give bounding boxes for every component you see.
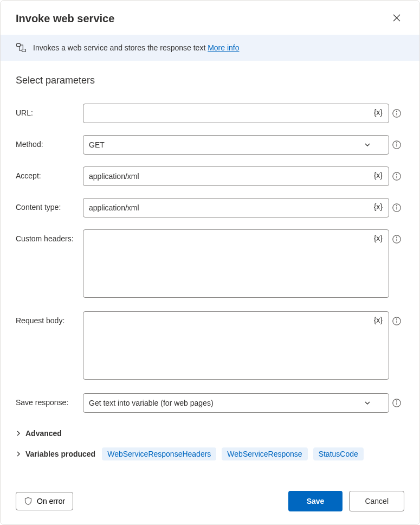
expandable-sections: Advanced Variables produced WebServiceRe… (1, 413, 419, 470)
variables-produced-toggle[interactable]: Variables produced WebServiceResponseHea… (16, 447, 404, 460)
on-error-label: On error (37, 497, 65, 505)
close-icon (392, 14, 401, 22)
custom-headers-info[interactable] (389, 229, 404, 244)
save-response-select[interactable]: Get text into variable (for web pages) (83, 393, 389, 413)
dialog-footer: On error Save Cancel (1, 480, 419, 524)
chevron-right-icon (16, 431, 21, 436)
save-response-info[interactable] (389, 393, 404, 408)
save-response-row: Save response: Get text into variable (f… (16, 393, 404, 413)
info-text: Invokes a web service and stores the res… (33, 43, 205, 52)
svg-point-19 (396, 319, 397, 319)
info-bar: Invokes a web service and stores the res… (1, 35, 419, 61)
accept-info[interactable] (389, 167, 404, 181)
url-row: URL: {x} (16, 104, 404, 123)
variable-chip[interactable]: WebServiceResponse (222, 447, 307, 460)
request-body-variable-token[interactable]: {x} (372, 315, 385, 325)
request-body-row: Request body: {x} (16, 311, 404, 381)
info-description: Invokes a web service and stores the res… (33, 43, 240, 52)
parameters-section: URL: {x} Method: GET Accept: (1, 92, 419, 413)
accept-label: Accept: (16, 167, 83, 180)
svg-point-13 (396, 206, 397, 206)
url-label: URL: (16, 104, 83, 117)
svg-point-22 (396, 401, 397, 401)
content-type-info[interactable] (389, 198, 404, 213)
method-row: Method: GET (16, 135, 404, 155)
svg-point-4 (396, 111, 397, 112)
save-response-value: Get text into variable (for web pages) (89, 399, 214, 407)
svg-rect-1 (22, 49, 26, 52)
info-icon (392, 234, 402, 244)
svg-point-10 (396, 174, 397, 175)
variables-produced-label: Variables produced (25, 450, 95, 458)
footer-actions: Save Cancel (288, 491, 404, 511)
info-icon (392, 140, 402, 150)
variable-chips: WebServiceResponseHeaders WebServiceResp… (102, 447, 364, 460)
method-label: Method: (16, 135, 83, 149)
accept-input[interactable] (83, 167, 389, 186)
url-info[interactable] (389, 104, 404, 118)
svg-point-7 (396, 143, 397, 143)
advanced-toggle[interactable]: Advanced (16, 429, 404, 438)
content-type-variable-token[interactable]: {x} (372, 201, 385, 212)
url-variable-token[interactable]: {x} (372, 107, 385, 118)
url-input[interactable] (83, 104, 389, 123)
accept-row: Accept: {x} (16, 167, 404, 186)
content-type-label: Content type: (16, 198, 83, 212)
info-icon (392, 398, 402, 408)
chevron-down-icon (364, 399, 371, 407)
chevron-down-icon (364, 141, 371, 149)
custom-headers-variable-token[interactable]: {x} (372, 233, 385, 244)
accept-variable-token[interactable]: {x} (372, 170, 385, 181)
dialog-header: Invoke web service (1, 1, 419, 35)
content-type-input[interactable] (83, 198, 389, 217)
svg-rect-0 (17, 44, 21, 47)
content-type-row: Content type: {x} (16, 198, 404, 217)
save-response-label: Save response: (16, 393, 83, 407)
method-select[interactable]: GET (83, 135, 389, 155)
on-error-button[interactable]: On error (16, 492, 73, 510)
invoke-web-service-dialog: Invoke web service Invokes a web service… (0, 0, 420, 525)
variable-chip[interactable]: WebServiceResponseHeaders (102, 447, 216, 460)
close-button[interactable] (389, 10, 404, 27)
chevron-right-icon (16, 451, 21, 457)
svg-point-16 (396, 237, 397, 238)
variable-chip[interactable]: StatusCode (313, 447, 364, 460)
method-info[interactable] (389, 135, 404, 150)
request-body-input[interactable] (83, 311, 389, 380)
request-body-label: Request body: (16, 311, 83, 325)
custom-headers-input[interactable] (83, 229, 389, 298)
info-icon (392, 203, 402, 213)
advanced-label: Advanced (25, 429, 62, 438)
request-body-info[interactable] (389, 311, 404, 326)
web-service-icon (16, 42, 27, 53)
save-button[interactable]: Save (288, 491, 343, 511)
dialog-title: Invoke web service (16, 12, 114, 25)
info-icon (392, 316, 402, 326)
custom-headers-row: Custom headers: {x} (16, 229, 404, 299)
method-value: GET (89, 140, 105, 149)
cancel-button[interactable]: Cancel (349, 491, 404, 511)
info-icon (392, 171, 402, 181)
more-info-link[interactable]: More info (208, 43, 239, 52)
shield-icon (24, 497, 33, 505)
section-title: Select parameters (1, 61, 419, 92)
info-icon (392, 108, 402, 118)
custom-headers-label: Custom headers: (16, 229, 83, 243)
